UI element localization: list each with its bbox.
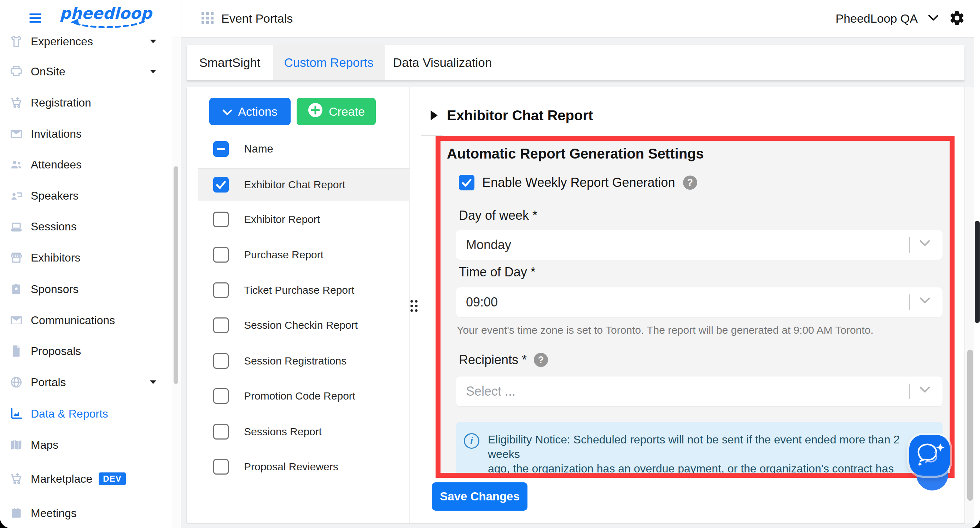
- select-all-checkbox[interactable]: [213, 141, 229, 157]
- row-checkbox[interactable]: [213, 424, 229, 440]
- report-row-label: Exhibitor Chat Report: [244, 179, 345, 191]
- actions-button[interactable]: Actions: [209, 98, 291, 125]
- chevron-down-icon: [919, 297, 931, 306]
- sidebar-item-data-reports[interactable]: Data & Reports: [0, 398, 172, 429]
- sidebar-item-invitations[interactable]: Invitations: [0, 118, 172, 149]
- report-row[interactable]: Ticket Purchase Report: [197, 274, 410, 306]
- tab-bar: SmartSight Custom Reports Data Visualiza…: [187, 45, 964, 81]
- sidebar-item-attendees[interactable]: Attendees: [0, 149, 172, 180]
- row-checkbox[interactable]: [213, 247, 229, 263]
- sidebar-item-label: Invitations: [31, 128, 82, 140]
- sidebar-item-label: Registration: [31, 96, 91, 109]
- help-icon[interactable]: ?: [683, 175, 697, 190]
- sidebar-item-marketplace[interactable]: Marketplace DEV: [0, 463, 172, 495]
- detail-title: Exhibitor Chat Report: [447, 108, 593, 123]
- sidebar-item-exhibitors[interactable]: Exhibitors: [0, 242, 172, 273]
- report-row[interactable]: Sessions Report: [197, 416, 410, 447]
- report-row[interactable]: Proposal Reviewers: [197, 451, 410, 482]
- sidebar-item-label: Maps: [31, 439, 58, 451]
- time-of-day-select[interactable]: 09:00: [456, 287, 942, 317]
- row-checkbox[interactable]: [213, 282, 229, 298]
- row-checkbox[interactable]: [213, 353, 229, 369]
- row-checkbox[interactable]: [213, 177, 229, 193]
- tab-custom-reports[interactable]: Custom Reports: [273, 45, 385, 80]
- list-header-row: Name: [197, 133, 410, 164]
- report-row-exhibitor-chat[interactable]: Exhibitor Chat Report: [197, 169, 410, 201]
- sidebar-item-label: Experiences: [31, 35, 93, 48]
- report-row-label: Session Registrations: [244, 355, 347, 367]
- row-checkbox[interactable]: [213, 317, 229, 333]
- sidebar-item-label: Marketplace: [31, 472, 92, 485]
- account-name[interactable]: PheedLoop QA: [835, 12, 918, 26]
- sidebar-item-speakers[interactable]: Speakers: [0, 180, 172, 211]
- report-row[interactable]: Session Checkin Report: [197, 309, 410, 341]
- sidebar-item-meetings[interactable]: Meetings: [0, 498, 172, 528]
- sidebar-item-registration[interactable]: Registration: [0, 87, 172, 118]
- globe-icon: [10, 375, 23, 389]
- help-icon[interactable]: ?: [534, 353, 548, 367]
- create-button-label: Create: [329, 105, 365, 118]
- logo-text: pheedloop: [59, 4, 153, 22]
- create-button[interactable]: Create: [297, 98, 376, 125]
- panel-scrollbar[interactable]: [967, 349, 973, 501]
- report-row[interactable]: Promotion Code Report: [197, 380, 410, 412]
- time-of-day-label: Time of Day *: [459, 265, 536, 279]
- document-icon: [10, 345, 23, 358]
- chevron-down-icon[interactable]: [928, 14, 939, 23]
- sidebar-item-communications[interactable]: Communications: [0, 305, 172, 336]
- tab-data-visualization[interactable]: Data Visualization: [385, 45, 500, 80]
- sidebar-item-sponsors[interactable]: Sponsors: [0, 274, 172, 305]
- report-row[interactable]: Purchase Report: [197, 239, 410, 270]
- row-checkbox[interactable]: [213, 388, 229, 404]
- drag-handle-icon[interactable]: [410, 300, 417, 312]
- page-title: Event Portals: [221, 12, 293, 26]
- report-row[interactable]: Session Registrations: [197, 345, 410, 376]
- enable-weekly-checkbox[interactable]: [459, 175, 474, 190]
- sidebar-item-label: Attendees: [31, 158, 82, 171]
- badge-icon: [10, 282, 23, 296]
- gear-icon[interactable]: [949, 10, 965, 28]
- chevron-down-icon: [919, 240, 931, 249]
- hamburger-menu-icon[interactable]: [29, 13, 41, 22]
- caret-down-icon: [150, 380, 156, 384]
- caret-down-icon: [150, 40, 156, 43]
- day-of-week-value: Monday: [466, 238, 511, 252]
- sidebar-item-label: OnSite: [31, 65, 65, 78]
- tab-smartsight[interactable]: SmartSight: [187, 45, 273, 80]
- sidebar-item-sessions[interactable]: Sessions: [0, 211, 172, 242]
- timezone-note: Your event's time zone is set to Toronto…: [457, 324, 873, 336]
- sidebar-item-maps[interactable]: Maps: [0, 429, 172, 460]
- save-changes-button[interactable]: Save Changes: [432, 482, 528, 510]
- row-checkbox[interactable]: [213, 459, 229, 475]
- chevron-down-icon: [223, 105, 232, 118]
- detail-title-row[interactable]: Exhibitor Chat Report: [431, 107, 593, 124]
- select-divider: [909, 294, 910, 310]
- collapse-caret-icon[interactable]: [431, 110, 438, 120]
- sidebar-item-proposals[interactable]: Proposals: [0, 335, 172, 367]
- notice-line: Eligibility Notice: Scheduled reports wi…: [488, 432, 933, 461]
- report-row-label: Sessions Report: [244, 426, 322, 438]
- page-scrollbar[interactable]: [975, 221, 980, 323]
- cart-icon: [10, 96, 23, 109]
- enable-weekly-label: Enable Weekly Report Generation: [482, 175, 675, 190]
- shirt-icon: [10, 35, 23, 48]
- mail-icon: [10, 314, 23, 327]
- report-row[interactable]: Exhibitor Report: [197, 204, 410, 235]
- report-row-label: Exhibitor Report: [244, 214, 320, 225]
- pheedloop-logo[interactable]: pheedloop: [56, 3, 155, 33]
- sidebar-item-label: Exhibitors: [31, 251, 81, 264]
- sidebar-item-onsite[interactable]: OnSite: [0, 56, 172, 87]
- chat-widget-button[interactable]: [909, 435, 950, 475]
- dev-badge: DEV: [99, 472, 126, 485]
- row-checkbox[interactable]: [213, 212, 229, 227]
- calendar-icon: [10, 506, 23, 520]
- day-of-week-select[interactable]: Monday: [456, 230, 942, 260]
- sidebar-item-label: Portals: [31, 376, 66, 389]
- cart-icon: [10, 472, 23, 485]
- recipients-select[interactable]: Select ...: [456, 376, 942, 406]
- sidebar-scrollbar[interactable]: [173, 166, 178, 384]
- enable-weekly-row: Enable Weekly Report Generation ?: [459, 174, 697, 191]
- sidebar: Experiences OnSite Registration Invitati…: [0, 0, 181, 528]
- app-window: Event Portals PheedLoop QA Experiences O…: [0, 0, 980, 528]
- sidebar-item-portals[interactable]: Portals: [0, 367, 172, 398]
